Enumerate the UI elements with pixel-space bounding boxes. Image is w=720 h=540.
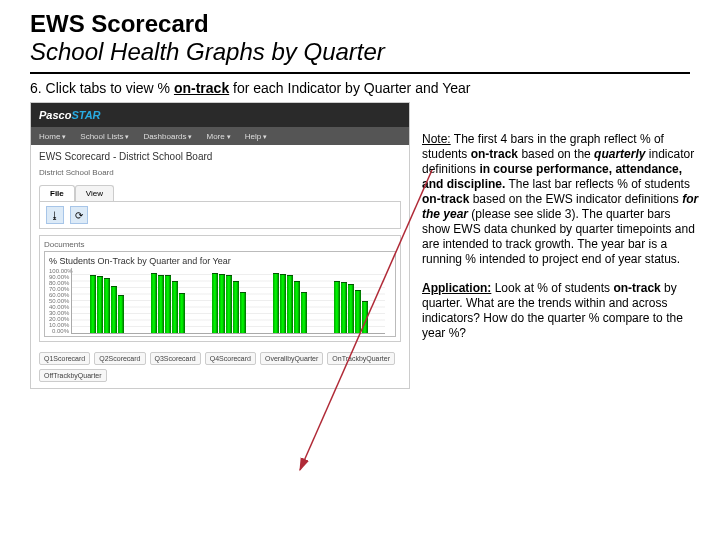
bar xyxy=(341,282,347,333)
bar xyxy=(240,292,246,333)
tab-ontrackbyquarter[interactable]: OnTrackbyQuarter xyxy=(327,352,395,365)
app-brand-bar: PascoSTAR xyxy=(31,103,409,127)
bar xyxy=(287,275,293,334)
instruction-suffix: for each Indicator by Quarter and Year xyxy=(229,80,470,96)
title-line-1: EWS Scorecard xyxy=(30,10,690,38)
title-line-2: School Health Graphs by Quarter xyxy=(30,38,690,66)
application-paragraph: Application: Look at % of students on-tr… xyxy=(422,281,700,341)
bar xyxy=(118,295,124,333)
bar xyxy=(280,274,286,333)
chart-plot: 100.00% 90.00% 80.00% 70.00% 60.00% 50.0… xyxy=(49,268,391,334)
instruction-text: 6. Click tabs to view % on-track for eac… xyxy=(0,80,720,102)
tab-offtrackbyquarter[interactable]: OffTrackbyQuarter xyxy=(39,369,107,382)
chart-section-label: Documents xyxy=(44,240,396,249)
bar-group xyxy=(212,268,246,333)
bar xyxy=(165,275,171,334)
report-tab-strip: Q1Scorecard Q2Scorecard Q3Scorecard Q4Sc… xyxy=(31,348,409,388)
chart-title: % Students On-Track by Quarter and for Y… xyxy=(49,256,391,266)
tab-file[interactable]: File xyxy=(39,185,75,201)
bar xyxy=(97,276,103,333)
brand-accent: STAR xyxy=(71,109,100,121)
brand-plain: Pasco xyxy=(39,109,71,121)
note-lead: Note: xyxy=(422,132,451,146)
bar xyxy=(212,273,218,333)
bar xyxy=(348,284,354,333)
slide-title: EWS Scorecard School Health Graphs by Qu… xyxy=(0,0,720,70)
bar-group xyxy=(334,268,368,333)
view-tab-row: File View xyxy=(39,185,401,201)
menu-more[interactable]: More xyxy=(206,132,230,141)
instruction-keyword: on-track xyxy=(174,80,229,96)
export-icon[interactable]: ⭳ xyxy=(46,206,64,224)
refresh-icon[interactable]: ⟳ xyxy=(70,206,88,224)
tab-view[interactable]: View xyxy=(75,185,114,201)
bar-area xyxy=(71,268,385,334)
bar-group xyxy=(273,268,307,333)
tab-q2scorecard[interactable]: Q2Scorecard xyxy=(94,352,145,365)
tab-q3scorecard[interactable]: Q3Scorecard xyxy=(150,352,201,365)
menu-dashboards[interactable]: Dashboards xyxy=(143,132,192,141)
bar xyxy=(334,281,340,333)
bar xyxy=(301,292,307,333)
chart-card: Documents % Students On-Track by Quarter… xyxy=(39,235,401,342)
bar xyxy=(273,273,279,333)
title-underline xyxy=(30,72,690,74)
bar xyxy=(226,275,232,334)
menu-school-lists[interactable]: School Lists xyxy=(80,132,129,141)
note-paragraph: Note: The first 4 bars in the graph refl… xyxy=(422,132,700,267)
tab-overallbyquarter[interactable]: OverallbyQuarter xyxy=(260,352,323,365)
application-lead: Application: xyxy=(422,281,491,295)
tab-q4scorecard[interactable]: Q4Scorecard xyxy=(205,352,256,365)
bar xyxy=(172,281,178,333)
notes-column: Note: The first 4 bars in the graph refl… xyxy=(422,102,700,389)
bar xyxy=(355,290,361,333)
bar-group xyxy=(151,268,185,333)
tab-q1scorecard[interactable]: Q1Scorecard xyxy=(39,352,90,365)
menu-help[interactable]: Help xyxy=(245,132,267,141)
bar xyxy=(179,293,185,333)
menu-home[interactable]: Home xyxy=(39,132,66,141)
bar xyxy=(90,275,96,334)
app-menu-bar: Home School Lists Dashboards More Help xyxy=(31,127,409,145)
y-axis: 100.00% 90.00% 80.00% 70.00% 60.00% 50.0… xyxy=(49,268,71,334)
instruction-prefix: 6. Click tabs to view % xyxy=(30,80,174,96)
bar xyxy=(233,281,239,333)
bar xyxy=(158,275,164,334)
chart-box: % Students On-Track by Quarter and for Y… xyxy=(44,251,396,337)
ytick: 0.00% xyxy=(49,328,69,334)
bar xyxy=(362,301,368,334)
bar xyxy=(219,274,225,333)
bar xyxy=(151,273,157,333)
bar-group xyxy=(90,268,124,333)
bar xyxy=(111,286,117,333)
page-subheader: EWS Scorecard - District School Board xyxy=(31,145,409,164)
toolbar: ⭳ ⟳ xyxy=(39,201,401,229)
breadcrumb[interactable]: District School Board xyxy=(31,164,409,181)
bar xyxy=(294,281,300,333)
app-screenshot: PascoSTAR Home School Lists Dashboards M… xyxy=(30,102,410,389)
bar xyxy=(104,278,110,333)
